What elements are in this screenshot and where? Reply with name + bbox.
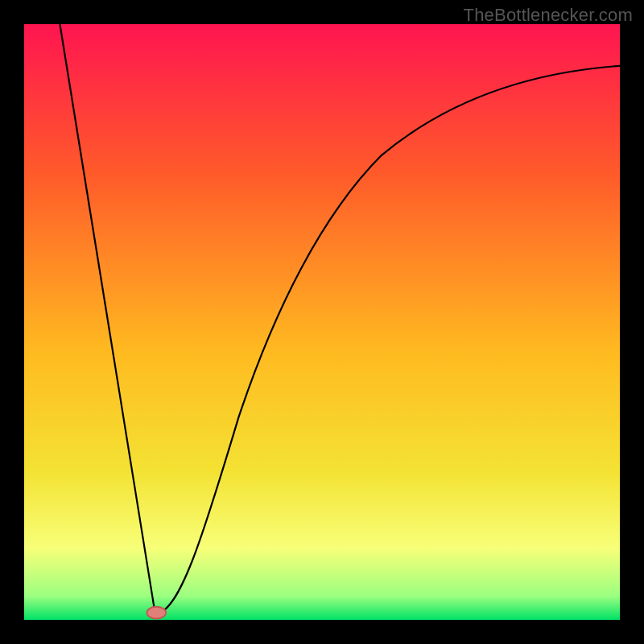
- optimal-point-marker: [147, 607, 166, 619]
- plot-area: [24, 24, 620, 620]
- chart-frame: TheBottlenecker.com: [0, 0, 644, 644]
- chart-svg: [24, 24, 620, 620]
- watermark-text: TheBottlenecker.com: [464, 5, 633, 26]
- gradient-background: [24, 24, 620, 620]
